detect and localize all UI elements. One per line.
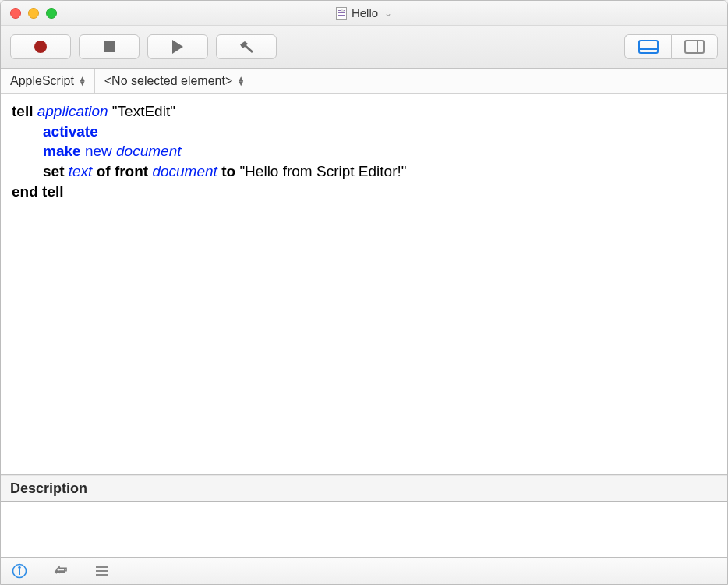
- window-title-text: Hello: [352, 6, 378, 20]
- kw-tell: tell: [12, 103, 33, 119]
- updown-icon: ▲▼: [237, 76, 245, 86]
- svg-rect-2: [685, 41, 704, 53]
- kw-text: text: [69, 163, 93, 179]
- record-icon: [34, 41, 47, 53]
- navigation-bar: AppleScript ▲▼ <No selected element> ▲▼: [1, 69, 727, 94]
- window-title[interactable]: Hello ⌄: [336, 6, 392, 20]
- view-mode-bottom-panel[interactable]: [624, 34, 671, 59]
- svg-rect-0: [639, 41, 658, 53]
- description-panel-header[interactable]: Description: [1, 475, 727, 502]
- result-pane-button[interactable]: [52, 564, 69, 578]
- traffic-lights: [10, 8, 57, 19]
- view-mode-side-panel[interactable]: [671, 34, 718, 59]
- element-path-selector[interactable]: <No selected element> ▲▼: [95, 69, 253, 93]
- stop-button[interactable]: [79, 34, 140, 59]
- titlebar[interactable]: Hello ⌄: [1, 1, 727, 26]
- statusbar: [1, 558, 727, 584]
- script-source-editor[interactable]: tell application "TextEdit" activate mak…: [1, 94, 727, 475]
- bundle-info-button[interactable]: [12, 563, 27, 579]
- toolbar: [1, 26, 727, 69]
- log-pane-button[interactable]: [94, 565, 110, 577]
- element-path-label: <No selected element>: [104, 74, 233, 88]
- kw-application: application: [37, 103, 108, 119]
- svg-rect-6: [19, 569, 20, 575]
- kw-activate: activate: [43, 123, 98, 140]
- zoom-button[interactable]: [46, 8, 57, 19]
- record-button[interactable]: [10, 34, 71, 59]
- updown-icon: ▲▼: [79, 76, 87, 86]
- title-chevron-icon: ⌄: [384, 8, 392, 19]
- kw-document: document: [116, 143, 181, 159]
- run-button[interactable]: [147, 34, 208, 59]
- language-selector-label: AppleScript: [10, 74, 74, 88]
- play-icon: [172, 40, 183, 54]
- compile-button[interactable]: [216, 34, 277, 59]
- svg-point-5: [19, 566, 21, 569]
- close-button[interactable]: [10, 8, 21, 19]
- kw-to: to: [221, 163, 235, 179]
- kw-new: new: [85, 143, 112, 159]
- document-icon: [336, 7, 347, 20]
- kw-end-tell: end tell: [12, 183, 64, 200]
- kw-document-2: document: [152, 163, 217, 179]
- hammer-icon: [238, 39, 255, 55]
- app-name-literal: "TextEdit": [112, 103, 175, 119]
- string-literal: "Hello from Script Editor!": [239, 163, 406, 179]
- language-selector[interactable]: AppleScript ▲▼: [1, 69, 95, 93]
- kw-front: front: [115, 163, 148, 179]
- kw-set: set: [43, 163, 64, 179]
- kw-of: of: [97, 163, 111, 179]
- description-panel-body[interactable]: [1, 502, 727, 558]
- description-label: Description: [10, 480, 87, 497]
- script-editor-window: Hello ⌄: [0, 0, 728, 585]
- minimize-button[interactable]: [28, 8, 39, 19]
- kw-make: make: [43, 143, 81, 159]
- stop-icon: [104, 41, 115, 52]
- view-mode-segmented: [624, 34, 718, 59]
